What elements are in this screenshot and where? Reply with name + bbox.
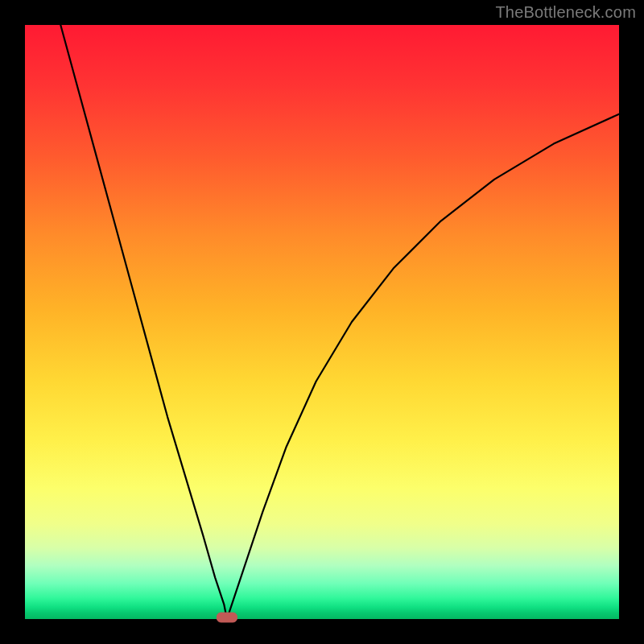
curve-layer: [25, 25, 619, 619]
bottleneck-curve-left: [60, 25, 227, 619]
watermark-text: TheBottleneck.com: [495, 3, 636, 22]
chart-frame: TheBottleneck.com: [0, 0, 644, 644]
bottleneck-curve-right: [227, 114, 619, 619]
minimum-marker: [217, 613, 237, 622]
plot-area: [25, 25, 619, 619]
